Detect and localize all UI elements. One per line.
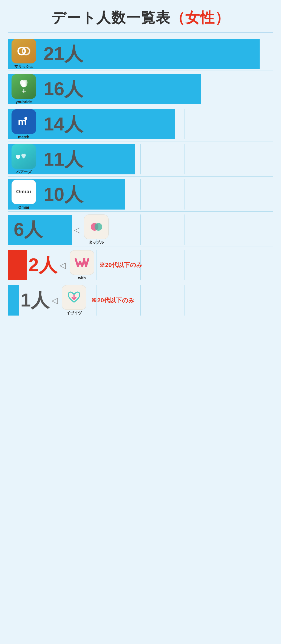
- with-icon: [70, 250, 94, 275]
- bar-row-youbride: youbride 16人: [8, 71, 273, 106]
- svg-point-9: [95, 223, 102, 231]
- tapple-count: 6人: [8, 217, 48, 242]
- with-label: with: [78, 276, 86, 280]
- yivi-label: イヴイヴ: [66, 311, 82, 316]
- svg-point-4: [21, 80, 26, 87]
- bar-row-tapple: 6人 ◁ タップル: [8, 212, 273, 247]
- marrish-count: 21人: [38, 41, 89, 66]
- youbride-count: 16人: [38, 77, 89, 102]
- yivi-note: ※20代以下のみ: [91, 296, 134, 305]
- pairs-label: ペアーズ: [16, 170, 32, 175]
- with-note: ※20代以下のみ: [99, 261, 142, 269]
- marrish-icon: [12, 39, 36, 63]
- match-icon: m: [12, 109, 36, 134]
- tapple-label: タップル: [89, 240, 104, 245]
- match-count: 14人: [38, 112, 89, 137]
- with-count: 2人: [29, 253, 58, 278]
- bar-row-omiai: Omiai Omiai 10人: [8, 177, 273, 212]
- svg-point-1: [22, 48, 30, 55]
- title-highlight: （女性）: [171, 10, 230, 26]
- yivi-arrow: ◁: [52, 295, 58, 305]
- omiai-count: 10人: [38, 182, 89, 207]
- marrish-label: マリッシュ: [14, 64, 33, 69]
- page-container: デート人数一覧表（女性）: [0, 0, 281, 328]
- page-title: デート人数一覧表（女性）: [8, 3, 273, 32]
- with-arrow: ◁: [59, 260, 66, 270]
- bar-row-match: m match 14人: [8, 106, 273, 141]
- tapple-icon: [84, 214, 109, 239]
- pairs-count: 11人: [38, 147, 89, 172]
- omiai-icon: Omiai: [12, 180, 36, 204]
- tapple-arrow: ◁: [74, 225, 80, 235]
- yivi-count: 1人: [21, 288, 50, 313]
- youbride-label: youbride: [16, 100, 32, 104]
- pairs-icon: [12, 144, 36, 169]
- omiai-label: Omiai: [18, 205, 29, 210]
- match-label: match: [18, 135, 29, 139]
- bar-row-with: 2人 ◁ with ※20代以下のみ: [8, 247, 273, 282]
- yivi-icon: [62, 285, 86, 310]
- chart-area: マリッシュ 21人: [8, 32, 273, 317]
- bar-row-yivi: 1人 ◁ イヴイヴ ※20代以下のみ: [8, 282, 273, 317]
- title-main: デート人数一覧表: [52, 10, 171, 26]
- youbride-icon: [12, 74, 36, 99]
- bar-row-pairs: ペアーズ 11人: [8, 141, 273, 177]
- bar-row-marrish: マリッシュ 21人: [8, 36, 273, 71]
